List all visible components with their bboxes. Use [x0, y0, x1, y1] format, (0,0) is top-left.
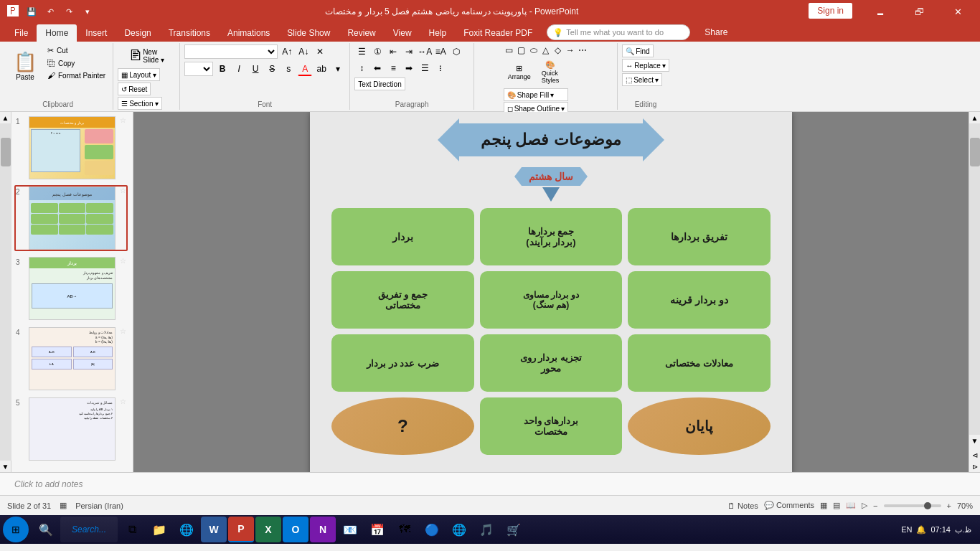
tab-animations[interactable]: Animations [219, 24, 278, 42]
task-view-btn[interactable]: ⧉ [119, 517, 145, 542]
music-btn[interactable]: 🎵 [473, 517, 499, 542]
redo-button[interactable]: ↷ [62, 4, 76, 19]
slideshow-btn[interactable]: ▷ [862, 501, 867, 510]
tell-me-box[interactable]: 💡 Tell me what you want to do [547, 24, 690, 40]
taskbar-language[interactable]: EN [901, 525, 912, 534]
undo-button[interactable]: ↶ [43, 4, 57, 19]
word-btn[interactable]: W [201, 517, 227, 542]
reading-view-btn[interactable]: 📖 [846, 501, 856, 510]
font-grow-button[interactable]: A↑ [280, 44, 294, 59]
vscroll-expand-up[interactable]: ⊲ [969, 449, 981, 461]
scroll-up-btn[interactable]: ▲ [0, 112, 11, 123]
smartart-button[interactable]: ⬡ [449, 44, 463, 59]
numbering-button[interactable]: ① [370, 44, 385, 59]
bold-button[interactable]: B [215, 62, 230, 76]
font-shrink-button[interactable]: A↓ [296, 44, 311, 59]
bullets-button[interactable]: ☰ [354, 44, 369, 59]
notes-button[interactable]: 🗒 Notes [727, 501, 758, 510]
comments-button[interactable]: 💬 Comments [764, 501, 814, 510]
replace-button[interactable]: ↔ Replace ▾ [622, 59, 669, 72]
shape-more[interactable]: ⋯ [577, 44, 588, 56]
shape-rounded-rect[interactable]: ▢ [516, 44, 527, 56]
share-button[interactable]: Share [696, 24, 736, 40]
slide-thumbnail-2[interactable]: 2 موضوعات فصل پنجم [14, 185, 128, 251]
notes-bar[interactable]: Click to add notes [0, 472, 980, 495]
onenote-btn[interactable]: N [310, 517, 336, 542]
arrange-button[interactable]: ⊞ Arrange [504, 61, 535, 83]
underline-button[interactable]: U [248, 62, 263, 76]
zoom-thumb[interactable] [924, 502, 931, 509]
vscroll-up[interactable]: ▲ [969, 112, 981, 123]
slide-thumbnail-5[interactable]: 5 مسائل و تمرینات ۱- بردار AB را بیابید … [14, 396, 128, 462]
tab-view[interactable]: View [385, 24, 420, 42]
tab-home[interactable]: Home [37, 24, 77, 42]
signin-button[interactable]: Sign in [809, 3, 852, 19]
copy-button[interactable]: ⿻ Copy [44, 57, 108, 69]
vscroll-expand-down[interactable]: ⊳ [969, 461, 981, 472]
align-center-button[interactable]: ≡ [386, 61, 400, 75]
align-text-button[interactable]: ≡A [433, 44, 448, 59]
section-button[interactable]: ☰ Section ▾ [118, 97, 161, 110]
align-left-button[interactable]: ⬅ [370, 61, 385, 75]
cut-button[interactable]: ✂ Cut [44, 44, 108, 57]
taskbar-notification-icon[interactable]: 🔔 [916, 525, 926, 534]
chrome-btn[interactable]: 🔵 [419, 517, 445, 542]
cell-بردارهای-واحد[interactable]: بردارهای واحدمختصات [480, 397, 623, 455]
cell-معادلات[interactable]: معادلات مختصاتی [628, 334, 771, 392]
cell-پایان[interactable]: پایان [628, 397, 771, 455]
layout-button[interactable]: ▦ Layout ▾ [118, 68, 160, 81]
excel-btn[interactable]: X [255, 517, 281, 542]
outlook-btn[interactable]: O [283, 517, 308, 542]
tab-insert[interactable]: Insert [77, 24, 116, 42]
font-color-button[interactable]: A [298, 62, 312, 76]
columns-button[interactable]: ⫶ [433, 61, 448, 75]
normal-view-btn[interactable]: ▦ [820, 501, 827, 510]
shape-fill-button[interactable]: 🎨 Shape Fill ▾ [504, 88, 568, 101]
cell-جمع-تفریق[interactable]: جمع و تفریقمختصاتی [331, 271, 474, 329]
font-size-select[interactable] [184, 62, 213, 76]
tab-design[interactable]: Design [116, 24, 159, 42]
shadow-button[interactable]: s [281, 62, 296, 76]
cell-جمع-بردارها[interactable]: جمع بردارها(بردار برآیند) [480, 208, 623, 265]
decrease-indent-button[interactable]: ⇤ [386, 44, 400, 59]
slide-thumbnail-1[interactable]: 1 بردار و مختصات F = m·a [14, 115, 128, 181]
maps-btn[interactable]: 🗺 [392, 517, 418, 542]
new-slide-button[interactable]: 🖹 NewSlide ▾ [118, 44, 175, 67]
powerpoint-btn[interactable]: P [228, 517, 254, 542]
quick-access-dropdown[interactable]: ▾ [80, 4, 95, 19]
vscroll-thumb[interactable] [970, 138, 980, 166]
strikethrough-button[interactable]: S [265, 62, 279, 76]
scroll-thumb[interactable] [1, 138, 11, 166]
slide-sorter-btn[interactable]: ▤ [833, 501, 840, 510]
select-button[interactable]: ⬚ Select ▾ [622, 73, 662, 86]
cortana-btn[interactable]: Search... [60, 517, 118, 542]
find-button[interactable]: 🔍 Find [622, 44, 653, 57]
cell-ضرب-عدد[interactable]: ضرب عدد در بردار [331, 334, 474, 392]
paste-button[interactable]: 📋 Paste [7, 44, 43, 88]
clear-format-button[interactable]: ✕ [313, 44, 327, 59]
shape-triangle[interactable]: △ [540, 44, 552, 56]
tab-review[interactable]: Review [339, 24, 384, 42]
zoom-minus-btn[interactable]: − [873, 501, 877, 510]
shape-oval[interactable]: ⬭ [528, 44, 540, 56]
scroll-down-btn[interactable]: ▼ [0, 461, 11, 472]
cell-دو-بردار-قرینه[interactable]: دو بردار قرینه [628, 271, 771, 329]
font-color-dropdown[interactable]: ▾ [331, 62, 345, 76]
slide-title[interactable]: موضوعات فصل پنجم [459, 123, 642, 156]
tab-help[interactable]: Help [420, 24, 456, 42]
edge-btn[interactable]: 🌐 [174, 517, 199, 542]
minimize-button[interactable]: 🗕 [864, 0, 897, 23]
align-right-button[interactable]: ➡ [402, 61, 416, 75]
start-button[interactable]: ⊞ [3, 517, 29, 542]
shape-rect[interactable]: ▭ [504, 44, 515, 56]
text-direction-label[interactable]: Text Direction [354, 77, 405, 90]
slide-thumbnail-3[interactable]: 3 بردار تعریف و مفهوم بردار مشخصه‌های بر… [14, 255, 128, 321]
cell-برداار[interactable]: بردار [331, 208, 474, 265]
cell-تجزیه-بردار[interactable]: تجزیه بردار رویمحور [480, 334, 623, 392]
shape-diamond[interactable]: ◇ [552, 44, 564, 56]
font-family-select[interactable] [184, 44, 278, 59]
shape-arrow[interactable]: → [565, 44, 576, 56]
cell-question[interactable]: ? [331, 397, 474, 455]
zoom-slider[interactable] [884, 504, 941, 507]
mail-btn[interactable]: 📧 [337, 517, 363, 542]
